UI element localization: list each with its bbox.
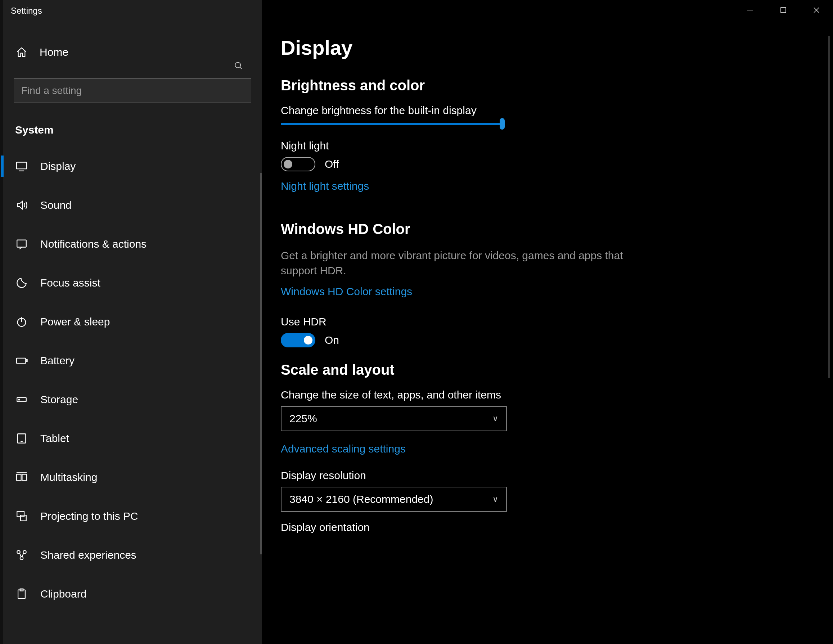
scale-dropdown[interactable]: 225% ∨ [281, 406, 507, 431]
section-brightness: Brightness and color [281, 77, 833, 93]
svg-rect-18 [22, 475, 27, 481]
sidebar-item-label: Storage [40, 393, 78, 406]
sidebar-item-label: Display [40, 160, 76, 172]
sidebar-item-label: Projecting to this PC [40, 510, 138, 522]
search-container [14, 79, 251, 103]
sidebar-item-label: Notifications & actions [40, 238, 146, 250]
shared-experiences-icon [15, 549, 28, 561]
hd-color-description: Get a brighter and more vibrant picture … [281, 248, 641, 278]
sidebar-item-label: Battery [40, 354, 74, 367]
advanced-scaling-link[interactable]: Advanced scaling settings [281, 443, 406, 455]
search-icon [234, 61, 243, 73]
home-button[interactable]: Home [3, 36, 262, 68]
category-label: System [3, 103, 262, 147]
focus-assist-icon [15, 277, 28, 289]
use-hdr-state: On [325, 334, 339, 346]
sidebar-item-label: Shared experiences [40, 549, 137, 561]
night-light-label: Night light [281, 140, 833, 152]
content-scrollbar[interactable] [828, 36, 830, 378]
multitasking-icon [15, 471, 28, 483]
slider-fill [281, 123, 502, 125]
sidebar-item-tablet[interactable]: Tablet [3, 419, 262, 458]
sidebar-item-label: Sound [40, 199, 72, 211]
app-left-edge [0, 0, 3, 644]
svg-point-4 [235, 62, 240, 68]
sound-icon [15, 199, 28, 211]
sidebar-item-label: Clipboard [40, 588, 87, 600]
toggle-knob [304, 336, 312, 345]
svg-rect-12 [26, 360, 27, 362]
notifications-icon [15, 238, 28, 250]
use-hdr-toggle[interactable] [281, 333, 315, 348]
sidebar-item-battery[interactable]: Battery [3, 341, 262, 380]
brightness-slider[interactable] [281, 122, 504, 125]
chevron-down-icon: ∨ [492, 494, 498, 504]
resolution-dropdown[interactable]: 3840 × 2160 (Recommended) ∨ [281, 487, 507, 512]
power-icon [15, 316, 28, 328]
chevron-down-icon: ∨ [492, 414, 498, 423]
home-icon [15, 47, 28, 58]
sidebar-item-sound[interactable]: Sound [3, 186, 262, 225]
sidebar-item-shared-experiences[interactable]: Shared experiences [3, 536, 262, 575]
page-title: Display [281, 36, 833, 60]
svg-rect-11 [16, 358, 26, 363]
svg-line-5 [240, 67, 241, 69]
display-icon [15, 160, 28, 172]
orientation-label: Display orientation [281, 521, 833, 533]
sidebar-item-label: Multitasking [40, 471, 97, 483]
projecting-icon [15, 510, 28, 522]
sidebar-scrollbar[interactable] [260, 173, 262, 554]
sidebar-item-projecting[interactable]: Projecting to this PC [3, 497, 262, 536]
section-scale-layout: Scale and layout [281, 362, 833, 378]
sidebar-item-label: Power & sleep [40, 316, 110, 328]
sidebar-item-label: Tablet [40, 432, 69, 444]
scale-label: Change the size of text, apps, and other… [281, 389, 833, 401]
sidebar-item-power-sleep[interactable]: Power & sleep [3, 303, 262, 341]
svg-point-24 [20, 557, 23, 560]
sidebar-item-focus-assist[interactable]: Focus assist [3, 264, 262, 303]
nav-list: Display Sound Notifications & actions Fo… [3, 147, 262, 613]
tablet-icon [15, 432, 28, 444]
svg-point-14 [19, 399, 20, 400]
slider-thumb[interactable] [500, 118, 505, 130]
svg-rect-6 [16, 163, 27, 169]
scale-value: 225% [289, 412, 317, 425]
resolution-label: Display resolution [281, 469, 833, 481]
sidebar-item-label: Focus assist [40, 277, 100, 289]
clipboard-icon [15, 588, 28, 600]
sidebar-item-notifications[interactable]: Notifications & actions [3, 225, 262, 264]
battery-icon [15, 354, 28, 367]
storage-icon [15, 393, 28, 406]
sidebar: Home System Display Sound Notifications … [3, 22, 262, 644]
content-area: Display Brightness and color Change brig… [281, 0, 833, 644]
sidebar-item-multitasking[interactable]: Multitasking [3, 458, 262, 497]
window-title: Settings [11, 6, 42, 16]
search-input[interactable] [14, 79, 251, 103]
night-light-settings-link[interactable]: Night light settings [281, 180, 369, 192]
home-label: Home [40, 46, 68, 58]
sidebar-item-clipboard[interactable]: Clipboard [3, 575, 262, 613]
svg-rect-8 [17, 240, 26, 247]
brightness-label: Change brightness for the built-in displ… [281, 105, 833, 117]
hd-color-settings-link[interactable]: Windows HD Color settings [281, 285, 412, 298]
resolution-value: 3840 × 2160 (Recommended) [289, 493, 433, 506]
section-hd-color: Windows HD Color [281, 221, 833, 237]
night-light-state: Off [325, 158, 339, 170]
sidebar-item-storage[interactable]: Storage [3, 380, 262, 419]
svg-rect-21 [21, 515, 26, 521]
toggle-knob [284, 160, 292, 169]
sidebar-item-display[interactable]: Display [3, 147, 262, 186]
night-light-toggle[interactable] [281, 157, 315, 171]
svg-rect-17 [16, 475, 21, 481]
use-hdr-label: Use HDR [281, 316, 833, 328]
